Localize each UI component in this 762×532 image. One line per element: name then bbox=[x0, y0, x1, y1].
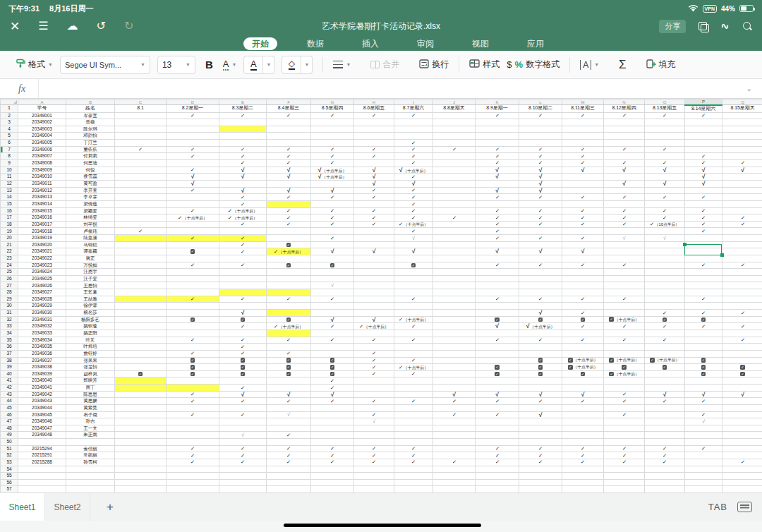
cell-F3[interactable] bbox=[267, 119, 311, 126]
cell-F51[interactable]: ✓ bbox=[267, 445, 311, 452]
cell-I49[interactable] bbox=[394, 432, 433, 439]
cell-Q28[interactable] bbox=[722, 289, 762, 296]
cell-F55[interactable] bbox=[267, 473, 311, 480]
cell-F56[interactable] bbox=[267, 479, 311, 486]
cell-Q46[interactable] bbox=[722, 411, 762, 418]
row-number-1[interactable]: 1 bbox=[1, 105, 18, 113]
cell-I46[interactable] bbox=[394, 411, 433, 418]
cell-I16[interactable]: ✓ bbox=[394, 207, 433, 214]
cell-B45[interactable]: 黄紫焚 bbox=[66, 404, 115, 411]
number-format-button[interactable]: $% 数字格式 bbox=[507, 59, 560, 71]
cell-Q32[interactable] bbox=[722, 316, 762, 323]
cell-A16[interactable]: 20349015 bbox=[18, 207, 66, 214]
cell-M14[interactable]: ✓ bbox=[562, 194, 604, 201]
cell-I45[interactable] bbox=[394, 404, 433, 411]
cell-D21[interactable] bbox=[167, 241, 219, 248]
cell-I31[interactable] bbox=[394, 309, 433, 316]
cell-D46[interactable]: ✓ bbox=[167, 411, 219, 418]
cell-B56[interactable] bbox=[66, 479, 115, 486]
cell-G44[interactable]: ✓ bbox=[311, 398, 354, 405]
cell-M50[interactable] bbox=[562, 439, 604, 446]
cell-K43[interactable]: √ bbox=[476, 391, 519, 398]
cell-B38[interactable]: 张果果 bbox=[66, 357, 115, 364]
cell-D8[interactable]: ✓ bbox=[167, 153, 219, 160]
cell-N14[interactable]: ✓ bbox=[604, 194, 645, 201]
cell-A44[interactable]: 20349043 bbox=[18, 398, 66, 405]
cell-H16[interactable]: ✓ bbox=[354, 207, 394, 214]
cell-Q38[interactable] bbox=[722, 357, 762, 364]
cell-H50[interactable] bbox=[354, 439, 394, 446]
cell-L50[interactable] bbox=[519, 439, 562, 446]
cell-I39[interactable]: ✓（十点半后） bbox=[394, 364, 433, 371]
cell-N51[interactable]: ✓ bbox=[604, 445, 645, 452]
cell-O2[interactable]: ✓ bbox=[645, 112, 685, 119]
cell-L23[interactable] bbox=[519, 255, 562, 262]
cell-M10[interactable]: √ bbox=[562, 167, 604, 174]
cell-B28[interactable]: 王艺童 bbox=[66, 289, 115, 296]
cell-H6[interactable] bbox=[354, 140, 394, 147]
cell-E28[interactable] bbox=[219, 289, 267, 296]
cell-E52[interactable]: ✓ bbox=[219, 452, 267, 459]
row-number-24[interactable]: 24 bbox=[1, 262, 18, 269]
cell-M34[interactable] bbox=[562, 330, 604, 337]
cell-M22[interactable]: √ bbox=[562, 248, 604, 255]
cell-A50[interactable] bbox=[18, 439, 66, 446]
cell-H22[interactable]: √ bbox=[354, 248, 394, 255]
cell-G25[interactable] bbox=[311, 269, 354, 276]
cell-I44[interactable]: ✓ bbox=[394, 398, 433, 405]
cell-C22[interactable] bbox=[115, 248, 167, 255]
cell-M37[interactable] bbox=[562, 350, 604, 357]
cell-G24[interactable]: ✓ bbox=[311, 262, 354, 269]
cell-J43[interactable]: √ bbox=[433, 391, 476, 398]
cell-D53[interactable]: ✓ bbox=[167, 459, 219, 466]
cell-A41[interactable]: 20349040 bbox=[18, 377, 66, 385]
row-number-21[interactable]: 21 bbox=[1, 241, 18, 248]
cell-E34[interactable] bbox=[219, 330, 267, 337]
cell-L33[interactable]: √（十点半后） bbox=[519, 323, 562, 330]
font-family-select[interactable]: Segoe UI Sym... ▼ bbox=[60, 56, 150, 74]
cell-G28[interactable] bbox=[311, 289, 354, 296]
cell-P40[interactable]: ✓ bbox=[685, 370, 722, 377]
cell-K6[interactable] bbox=[476, 140, 519, 147]
cell-G1[interactable]: 8.5星期四 bbox=[311, 105, 354, 113]
cell-O55[interactable] bbox=[645, 473, 685, 480]
cell-N32[interactable]: ✓（十点半后） bbox=[604, 316, 645, 323]
cell-E8[interactable]: ✓ bbox=[219, 153, 267, 160]
cell-H54[interactable] bbox=[354, 466, 394, 473]
cell-C37[interactable] bbox=[115, 350, 167, 357]
cell-A26[interactable]: 20349025 bbox=[18, 275, 66, 282]
cell-G8[interactable]: ✓ bbox=[311, 153, 354, 160]
cell-B20[interactable]: 陆嘉潇 bbox=[66, 235, 115, 242]
row-number-7[interactable]: 7 bbox=[1, 146, 18, 153]
row-number-11[interactable]: 11 bbox=[1, 174, 18, 181]
cell-A33[interactable]: 20349032 bbox=[18, 323, 66, 330]
cell-N25[interactable] bbox=[604, 269, 645, 276]
cell-A39[interactable]: 20349038 bbox=[18, 364, 66, 371]
row-number-13[interactable]: 13 bbox=[1, 187, 18, 194]
cell-Q52[interactable] bbox=[722, 452, 762, 459]
cell-E54[interactable] bbox=[219, 466, 267, 473]
cell-B8[interactable]: 付莉莉 bbox=[66, 153, 115, 160]
column-header-K[interactable]: K bbox=[476, 99, 519, 105]
cell-L41[interactable] bbox=[519, 377, 562, 385]
cell-I15[interactable]: ✓ bbox=[394, 200, 433, 207]
cell-L48[interactable] bbox=[519, 425, 562, 432]
row-number-20[interactable]: 20 bbox=[1, 235, 18, 242]
cell-K23[interactable] bbox=[476, 255, 519, 262]
cell-D49[interactable] bbox=[167, 432, 219, 439]
cell-I25[interactable] bbox=[394, 269, 433, 276]
column-header-I[interactable]: I bbox=[394, 99, 433, 105]
cell-C14[interactable] bbox=[115, 194, 167, 201]
cell-J50[interactable] bbox=[433, 439, 476, 446]
cell-P9[interactable]: ✓ bbox=[685, 159, 722, 167]
cell-E53[interactable]: ✓ bbox=[219, 459, 267, 466]
cell-H29[interactable] bbox=[354, 296, 394, 303]
cell-J34[interactable] bbox=[433, 330, 476, 337]
cell-C4[interactable] bbox=[115, 126, 167, 133]
cell-C32[interactable] bbox=[115, 316, 167, 323]
cell-H46[interactable]: ✓ bbox=[354, 411, 394, 418]
cell-M4[interactable] bbox=[562, 126, 604, 133]
cell-G37[interactable] bbox=[311, 350, 354, 357]
cell-J40[interactable] bbox=[433, 370, 476, 377]
cell-P44[interactable]: ✓ bbox=[685, 398, 722, 405]
